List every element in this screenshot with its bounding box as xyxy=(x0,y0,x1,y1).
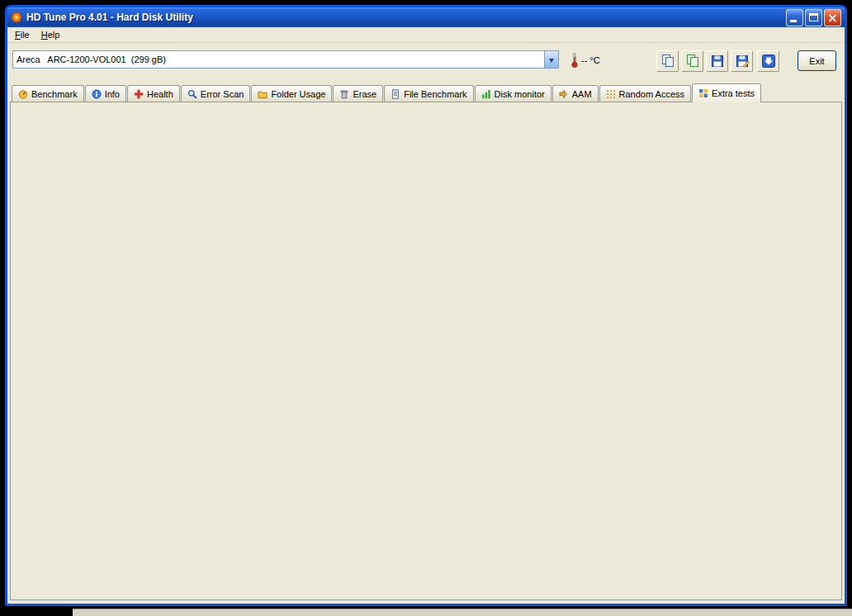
restore-button[interactable] xyxy=(805,9,822,26)
minimize-button[interactable] xyxy=(786,9,803,26)
temperature-indicator: -- °C xyxy=(570,52,600,69)
disk-monitor-icon xyxy=(481,89,491,99)
dropdown-arrow-icon[interactable] xyxy=(544,51,558,68)
exit-button-label: Exit xyxy=(809,56,824,66)
save-text-icon xyxy=(735,54,750,69)
tab-erase[interactable]: Erase xyxy=(333,85,383,102)
save-text-button[interactable] xyxy=(731,50,753,72)
tab-label: AAM xyxy=(572,89,592,99)
tab-file-benchmark[interactable]: File Benchmark xyxy=(384,85,473,102)
tab-label: Health xyxy=(147,89,173,99)
menu-file[interactable]: File xyxy=(9,28,36,41)
copy-text-button[interactable] xyxy=(681,50,703,72)
tab-label: Folder Usage xyxy=(271,89,325,99)
benchmark-icon xyxy=(18,89,28,99)
tab-label: Extra tests xyxy=(712,88,755,98)
tab-error-scan[interactable]: Error Scan xyxy=(181,85,251,102)
tab-strip: Benchmark Info Health Error Scan Folder … xyxy=(12,83,761,102)
app-window: HD Tune Pro 4.01 - Hard Disk Utility Fil… xyxy=(5,5,847,606)
tab-aam[interactable]: AAM xyxy=(552,85,599,102)
window-controls xyxy=(786,9,841,26)
tab-info[interactable]: Info xyxy=(85,85,126,102)
close-button[interactable] xyxy=(824,9,841,26)
tab-label: Random Access xyxy=(619,89,684,99)
extra-tests-icon xyxy=(698,88,708,98)
download-arrow-icon xyxy=(761,54,776,69)
erase-icon xyxy=(339,89,349,99)
file-benchmark-icon xyxy=(390,89,400,99)
save-image-button[interactable] xyxy=(706,50,728,72)
drive-selector[interactable]: Areca ARC-1200-VOL001 (299 gB) xyxy=(12,50,559,69)
tab-label: Benchmark xyxy=(31,89,78,99)
copy-text-icon xyxy=(685,54,700,69)
folder-usage-icon xyxy=(258,89,267,99)
health-icon xyxy=(134,89,144,99)
tab-label: Disk monitor xyxy=(495,89,545,99)
tab-folder-usage[interactable]: Folder Usage xyxy=(251,85,332,102)
save-image-icon xyxy=(710,54,725,69)
copy-image-button[interactable] xyxy=(656,50,679,72)
extra-tests-panel xyxy=(10,102,842,600)
app-icon xyxy=(11,12,22,23)
tab-disk-monitor[interactable]: Disk monitor xyxy=(475,85,551,102)
copy-image-icon xyxy=(660,54,675,69)
random-access-icon xyxy=(606,89,616,99)
exit-button[interactable]: Exit xyxy=(798,50,836,71)
tab-benchmark[interactable]: Benchmark xyxy=(12,85,84,102)
window-title: HD Tune Pro 4.01 - Hard Disk Utility xyxy=(26,12,786,23)
temperature-value: -- °C xyxy=(581,55,600,65)
info-icon xyxy=(92,89,102,99)
tab-random-access[interactable]: Random Access xyxy=(599,85,691,102)
toolbar: Areca ARC-1200-VOL001 (299 gB) -- °C Exi… xyxy=(7,43,845,82)
drive-selector-value: Areca ARC-1200-VOL001 (299 gB) xyxy=(13,54,544,64)
tab-health[interactable]: Health xyxy=(127,85,180,102)
title-bar[interactable]: HD Tune Pro 4.01 - Hard Disk Utility xyxy=(7,7,845,27)
tab-label: Erase xyxy=(353,89,376,99)
tab-extra-tests[interactable]: Extra tests xyxy=(692,83,761,102)
thermometer-icon xyxy=(570,52,579,69)
tab-label: Error Scan xyxy=(201,89,244,99)
update-download-button[interactable] xyxy=(757,50,779,72)
taskbar-strip xyxy=(73,609,852,616)
tab-label: File Benchmark xyxy=(404,89,466,99)
menu-help[interactable]: Help xyxy=(36,28,66,41)
error-scan-icon xyxy=(187,89,197,99)
aam-icon xyxy=(559,89,569,99)
menu-bar: File Help xyxy=(7,27,845,43)
tab-label: Info xyxy=(105,89,120,99)
